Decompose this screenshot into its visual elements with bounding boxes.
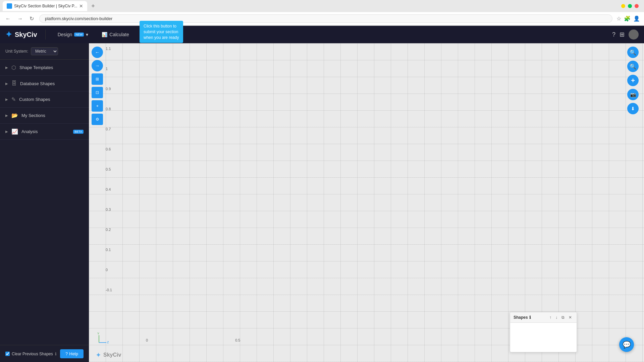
unit-label: Unit System: bbox=[5, 49, 28, 54]
sidebar-item-analysis[interactable]: ▶ 📈 Analysis BETA bbox=[0, 124, 89, 140]
canvas-area[interactable]: ← → ⊞ ⊡ ⌖ ⚙ 🔍 🔍 + 📷 ⬇ 1.1 bbox=[89, 43, 644, 362]
download-button[interactable]: ⬇ bbox=[627, 103, 639, 114]
refresh-button[interactable]: ↻ bbox=[28, 14, 35, 23]
sidebar-header: Unit System: Metric Imperial bbox=[0, 43, 89, 60]
user-avatar[interactable] bbox=[629, 29, 639, 40]
help-button[interactable]: ? Help bbox=[60, 349, 84, 358]
unit-select[interactable]: Metric Imperial bbox=[31, 47, 58, 55]
active-tab[interactable]: SkyCiv Section Builder | SkyCiv P... ✕ bbox=[3, 1, 87, 11]
right-toolbar: 🔍 🔍 + 📷 ⬇ bbox=[627, 47, 639, 114]
bookmark-icon[interactable]: ☆ bbox=[616, 15, 621, 22]
canvas-grid: ← → ⊞ ⊡ ⌖ ⚙ 🔍 🔍 + 📷 ⬇ 1.1 bbox=[89, 43, 644, 362]
chevron-right-icon: ▶ bbox=[5, 66, 8, 69]
add-button[interactable]: + bbox=[627, 75, 639, 86]
close-button[interactable] bbox=[635, 4, 639, 8]
pan-right-button[interactable]: → bbox=[92, 60, 103, 71]
y-axis-label: -0.1 bbox=[106, 288, 112, 292]
design-nav-item[interactable]: Design NEW ▾ bbox=[54, 30, 93, 39]
chat-icon: 💬 bbox=[623, 341, 631, 349]
back-button[interactable]: ← bbox=[4, 14, 12, 23]
shapes-panel-up-button[interactable]: ↑ bbox=[548, 314, 553, 320]
shapes-panel-copy-button[interactable]: ⧉ bbox=[560, 314, 566, 320]
profile-icon[interactable]: 👤 bbox=[633, 15, 640, 22]
x-axis-label: 0.5 bbox=[235, 338, 240, 342]
left-toolbar: ← → ⊞ ⊡ ⌖ ⚙ bbox=[92, 43, 103, 125]
my-sections-icon: 📂 bbox=[11, 112, 18, 119]
forward-button[interactable]: → bbox=[16, 14, 24, 23]
minimize-button[interactable] bbox=[621, 4, 625, 8]
help-icon: ? bbox=[65, 351, 68, 356]
custom-shapes-icon: ✎ bbox=[11, 96, 16, 103]
sidebar-item-database-shapes[interactable]: ▶ 🗄 Database Shapes bbox=[0, 76, 89, 92]
window-controls bbox=[621, 4, 641, 8]
sidebar-item-label: Database Shapes bbox=[20, 81, 84, 86]
snap-toggle-button[interactable]: ⊡ bbox=[92, 87, 103, 98]
tab-bar: SkyCiv Section Builder | SkyCiv P... ✕ + bbox=[0, 0, 644, 12]
sidebar-item-label: Analysis bbox=[21, 129, 70, 134]
zoom-out-button[interactable]: 🔍 bbox=[627, 61, 639, 72]
shapes-info-icon: ℹ bbox=[529, 315, 531, 320]
maximize-button[interactable] bbox=[628, 4, 632, 8]
y-axis-label: 0.8 bbox=[106, 107, 112, 111]
x-axis-label: 0 bbox=[146, 338, 148, 342]
y-axis-label: 0.5 bbox=[106, 167, 112, 171]
shapes-panel-title: Shapes ℹ bbox=[514, 315, 531, 320]
sidebar-items: ▶ ⬡ Shape Templates ▶ 🗄 Database Shapes … bbox=[0, 60, 89, 345]
coordinate-indicator: Y Z bbox=[96, 333, 109, 347]
address-bar-icons: ☆ 🧩 👤 bbox=[616, 15, 640, 22]
watermark: ✦ SkyCiv bbox=[96, 351, 121, 359]
tab-title: SkyCiv Section Builder | SkyCiv P... bbox=[14, 4, 77, 8]
shapes-panel-body bbox=[510, 323, 577, 350]
grid-toggle-button[interactable]: ⊞ bbox=[92, 73, 103, 85]
svg-text:Z: Z bbox=[107, 341, 109, 344]
logo-text: SkyCiv bbox=[15, 31, 37, 39]
analysis-icon: 📈 bbox=[11, 128, 18, 135]
extensions-icon[interactable]: 🧩 bbox=[624, 15, 631, 22]
y-axis-label: 0.3 bbox=[106, 207, 112, 212]
address-bar: ← → ↻ ☆ 🧩 👤 bbox=[0, 12, 644, 25]
chevron-right-icon: ▶ bbox=[5, 98, 8, 101]
watermark-logo-icon: ✦ bbox=[96, 351, 101, 359]
sidebar-item-shape-templates[interactable]: ▶ ⬡ Shape Templates bbox=[0, 60, 89, 76]
shapes-panel-actions: ↑ ↓ ⧉ ✕ bbox=[548, 314, 573, 320]
url-input[interactable] bbox=[39, 14, 612, 23]
clear-shapes-control: Clear Previous Shapes ℹ bbox=[5, 352, 57, 356]
sidebar-item-label: Shape Templates bbox=[19, 65, 84, 70]
new-tab-button[interactable]: + bbox=[89, 3, 98, 10]
settings-toggle-button[interactable]: ⚙ bbox=[92, 114, 103, 125]
shapes-panel-close-button[interactable]: ✕ bbox=[567, 314, 573, 320]
zoom-in-button[interactable]: 🔍 bbox=[627, 47, 639, 58]
apps-nav-icon[interactable]: ⊞ bbox=[620, 31, 625, 38]
database-shapes-icon: 🗄 bbox=[11, 80, 17, 86]
content-area: Unit System: Metric Imperial ▶ ⬡ Shape T… bbox=[0, 43, 644, 362]
help-label: Help bbox=[69, 351, 78, 356]
shapes-panel-down-button[interactable]: ↓ bbox=[554, 314, 559, 320]
help-nav-icon[interactable]: ? bbox=[612, 31, 615, 38]
center-toggle-button[interactable]: ⌖ bbox=[92, 100, 103, 112]
screenshot-button[interactable]: 📷 bbox=[627, 89, 639, 100]
chevron-right-icon: ▶ bbox=[5, 114, 8, 117]
navbar: ✦ SkyCiv Design NEW ▾ 📊 Calculate Click … bbox=[0, 26, 644, 43]
shapes-panel: Shapes ℹ ↑ ↓ ⧉ ✕ bbox=[510, 312, 577, 352]
info-icon: ℹ bbox=[55, 352, 57, 356]
chevron-right-icon: ▶ bbox=[5, 130, 8, 133]
chat-widget[interactable]: 💬 bbox=[619, 337, 634, 352]
y-axis-label: 0.1 bbox=[106, 248, 112, 252]
y-axis-label: 0.7 bbox=[106, 127, 112, 131]
clear-shapes-checkbox[interactable] bbox=[5, 352, 10, 356]
calculate-nav-item[interactable]: 📊 Calculate bbox=[98, 30, 133, 39]
y-axis-label: 1 bbox=[106, 67, 112, 71]
sidebar-item-label: My Sections bbox=[21, 113, 84, 118]
design-dropdown-icon: ▾ bbox=[86, 32, 88, 37]
sidebar-item-custom-shapes[interactable]: ▶ ✎ Custom Shapes bbox=[0, 92, 89, 108]
sidebar-item-my-sections[interactable]: ▶ 📂 My Sections bbox=[0, 108, 89, 124]
beta-badge: BETA bbox=[73, 130, 84, 134]
sidebar-footer: Clear Previous Shapes ℹ ? Help bbox=[0, 345, 89, 362]
shapes-panel-header: Shapes ℹ ↑ ↓ ⧉ ✕ bbox=[510, 312, 577, 323]
y-axis-label: 0.4 bbox=[106, 187, 112, 191]
tooltip-text: Click this button to submit your section… bbox=[144, 24, 179, 40]
tab-close-button[interactable]: ✕ bbox=[79, 3, 83, 9]
calculate-icon: 📊 bbox=[102, 32, 107, 37]
svg-text:Y: Y bbox=[97, 333, 99, 335]
pan-left-button[interactable]: ← bbox=[92, 47, 103, 58]
